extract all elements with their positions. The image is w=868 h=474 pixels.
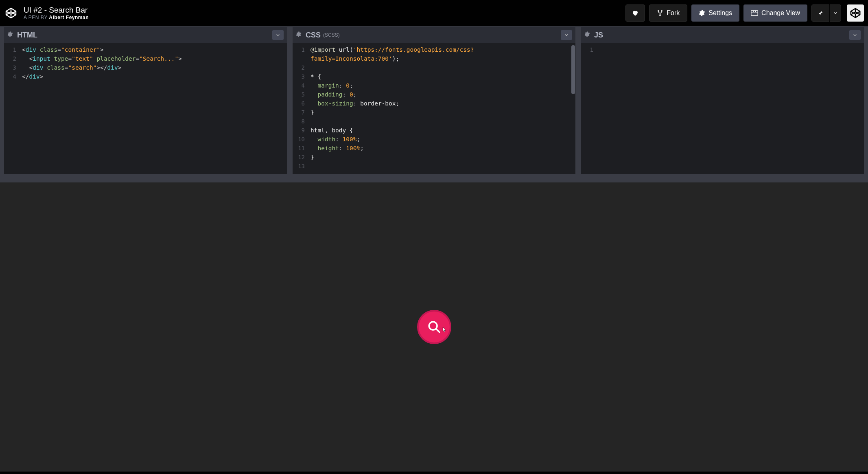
editor-panel-js: JS 1 [581,27,864,174]
vertical-resizer[interactable] [0,177,868,182]
codepen-logo-icon [850,7,861,19]
svg-point-4 [661,10,662,11]
settings-label: Settings [708,9,732,17]
byline-prefix: A PEN BY [24,15,49,20]
heart-button[interactable] [625,4,645,22]
scrollbar-thumb[interactable] [571,45,575,94]
pin-button[interactable] [811,4,829,22]
chevron-down-icon [564,33,568,37]
gear-icon[interactable] [7,31,13,39]
editor-panel-html: HTML 1234 <div class="container"> <input… [4,27,287,174]
change-view-button[interactable]: Change View [743,4,807,22]
gear-icon[interactable] [584,31,590,39]
editor-subtitle: (SCSS) [323,32,340,38]
pen-title[interactable]: UI #2 - Search Bar [24,6,89,15]
svg-line-14 [436,329,439,332]
pen-author[interactable]: Albert Feynman [49,15,89,20]
chevron-down-icon [833,11,837,15]
editor-body-css[interactable]: 1 2345678910111213 @import url('https://… [293,43,575,174]
collapse-button[interactable] [849,30,861,40]
change-view-label: Change View [761,9,800,17]
editor-title: CSS [306,31,321,40]
svg-point-3 [658,10,659,11]
editors-row: HTML 1234 <div class="container"> <input… [0,26,868,177]
collapse-button[interactable] [561,30,572,40]
editor-body-js[interactable]: 1 [581,43,864,174]
code-area[interactable] [596,43,864,174]
code-area[interactable]: <div class="container"> <input type="tex… [19,43,287,174]
fork-icon [657,10,663,16]
svg-rect-6 [751,11,758,15]
pin-icon [818,10,823,16]
editor-header-html: HTML [4,27,287,43]
bottom-bar [0,472,868,474]
editor-title: HTML [17,31,37,40]
fork-button[interactable]: Fork [649,4,687,22]
codepen-logo[interactable] [4,6,18,20]
gear-icon [699,10,705,16]
app-header: UI #2 - Search Bar A PEN BY Albert Feynm… [0,0,868,26]
editor-body-html[interactable]: 1234 <div class="container"> <input type… [4,43,287,174]
heart-icon [632,9,639,17]
layout-icon [751,10,758,16]
line-gutter: 1 [581,43,596,174]
search-icon [427,320,441,334]
settings-button[interactable]: Settings [691,4,739,22]
fork-label: Fork [667,9,680,17]
editor-header-js: JS [581,27,864,43]
pen-info: UI #2 - Search Bar A PEN BY Albert Feynm… [24,6,89,20]
line-gutter: 1234 [4,43,19,174]
chevron-down-icon [853,33,857,37]
collapse-button[interactable] [272,30,284,40]
svg-point-5 [660,15,661,16]
editor-header-css: CSS (SCSS) [293,27,575,43]
chevron-down-icon [276,33,280,37]
editor-title: JS [594,31,603,40]
gear-icon[interactable] [296,31,302,39]
preview-search-button[interactable] [417,310,451,344]
preview-pane[interactable] [0,182,868,472]
line-gutter: 1 2345678910111213 [293,43,307,174]
pen-byline: A PEN BY Albert Feynman [24,15,89,20]
pin-dropdown-button[interactable] [830,4,841,22]
profile-menu[interactable] [847,4,864,22]
editor-panel-css: CSS (SCSS) 1 2345678910111213 @import ur… [293,27,575,174]
cursor-pointer-icon [441,326,447,334]
code-area[interactable]: @import url('https://fonts.googleapis.co… [307,43,575,174]
header-actions: Fork Settings Change View [625,4,864,22]
